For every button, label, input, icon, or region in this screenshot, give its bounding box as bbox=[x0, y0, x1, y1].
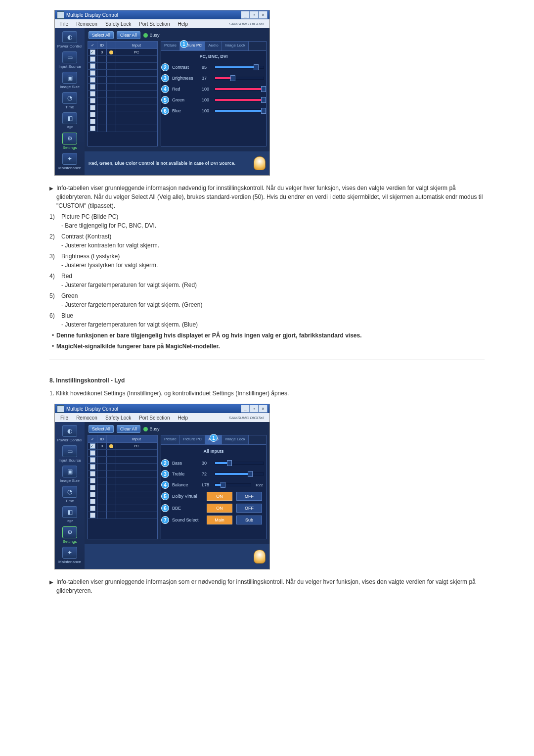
sidebar-item-power-control[interactable]: ◐Power Control bbox=[56, 31, 83, 50]
table-row[interactable] bbox=[88, 477, 157, 484]
row-checkbox[interactable] bbox=[90, 105, 95, 110]
toggle-option-a[interactable]: ON bbox=[207, 492, 232, 501]
table-row[interactable] bbox=[88, 104, 157, 111]
grid-header-id[interactable]: ID bbox=[97, 42, 107, 48]
menu-item-help[interactable]: Help bbox=[174, 414, 192, 422]
row-checkbox[interactable] bbox=[90, 478, 95, 483]
row-checkbox[interactable] bbox=[90, 457, 95, 463]
toggle-option-b[interactable]: OFF bbox=[236, 492, 262, 501]
slider-track[interactable] bbox=[215, 77, 264, 80]
table-row[interactable] bbox=[88, 505, 157, 512]
grid-header-input[interactable]: Input bbox=[116, 435, 157, 442]
row-checkbox[interactable] bbox=[90, 56, 95, 62]
table-row[interactable] bbox=[88, 491, 157, 498]
grid-header-stat[interactable] bbox=[107, 435, 116, 442]
display-grid[interactable]: ✓ID Input0PC bbox=[88, 41, 158, 146]
sidebar-item-input-source[interactable]: ▭Input Source bbox=[56, 51, 83, 71]
sidebar-item-time[interactable]: ◔Time bbox=[56, 92, 83, 111]
tab-image-lock[interactable]: Image Lock bbox=[222, 435, 249, 444]
table-row[interactable] bbox=[88, 464, 157, 471]
slider-thumb[interactable] bbox=[248, 471, 253, 477]
window-maximize-button[interactable]: ▫ bbox=[250, 405, 259, 413]
grid-header-chk[interactable]: ✓ bbox=[88, 435, 97, 442]
menu-item-port-selection[interactable]: Port Selection bbox=[135, 20, 174, 28]
row-checkbox[interactable] bbox=[90, 492, 95, 497]
slider-thumb[interactable] bbox=[261, 97, 266, 103]
sidebar-item-image-size[interactable]: ▣Image Size bbox=[56, 466, 83, 485]
window-close-button[interactable]: × bbox=[259, 405, 267, 413]
table-row[interactable]: 0PC bbox=[88, 49, 157, 56]
slider-thumb[interactable] bbox=[221, 482, 225, 488]
toggle-option-a[interactable]: ON bbox=[207, 504, 232, 513]
menu-item-help[interactable]: Help bbox=[174, 20, 192, 28]
row-checkbox[interactable] bbox=[90, 464, 95, 470]
sidebar-item-time[interactable]: ◔Time bbox=[56, 486, 83, 505]
select-all-button[interactable]: Select All bbox=[89, 425, 114, 433]
window-close-button[interactable]: × bbox=[259, 11, 267, 19]
sidebar-item-image-size[interactable]: ▣Image Size bbox=[56, 72, 83, 91]
table-row[interactable] bbox=[88, 484, 157, 491]
table-row[interactable] bbox=[88, 125, 157, 132]
sidebar-item-pip[interactable]: ◧PIP bbox=[56, 506, 83, 525]
row-checkbox[interactable] bbox=[90, 471, 95, 476]
table-row[interactable] bbox=[88, 56, 157, 63]
slider-track[interactable] bbox=[215, 483, 251, 486]
window-titlebar[interactable]: Multiple Display Control _ ▫ × bbox=[55, 10, 269, 19]
select-all-button[interactable]: Select All bbox=[89, 31, 114, 39]
sidebar-item-maintenance[interactable]: ✦Maintenance bbox=[56, 547, 83, 566]
slider-thumb[interactable] bbox=[254, 64, 259, 70]
slider-track[interactable] bbox=[215, 88, 264, 91]
slider-track[interactable] bbox=[215, 462, 264, 465]
window-minimize-button[interactable]: _ bbox=[241, 405, 250, 413]
menu-item-safety-lock[interactable]: Safety Lock bbox=[101, 414, 135, 422]
menu-item-safety-lock[interactable]: Safety Lock bbox=[101, 20, 135, 28]
tab-picture-pc[interactable]: Picture PC bbox=[180, 435, 205, 444]
clear-all-button[interactable]: Clear All bbox=[117, 31, 140, 39]
row-checkbox[interactable] bbox=[90, 450, 95, 456]
row-checkbox[interactable] bbox=[90, 63, 95, 69]
sidebar-item-power-control[interactable]: ◐Power Control bbox=[56, 425, 83, 444]
table-row[interactable]: 0PC bbox=[88, 443, 157, 450]
row-checkbox[interactable] bbox=[90, 91, 95, 96]
display-grid[interactable]: ✓ID Input0PC bbox=[88, 435, 158, 539]
slider-thumb[interactable] bbox=[261, 108, 266, 114]
row-checkbox[interactable] bbox=[90, 513, 95, 518]
row-checkbox[interactable] bbox=[90, 485, 95, 490]
menu-item-remocon[interactable]: Remocon bbox=[72, 414, 101, 422]
sidebar-item-settings[interactable]: ⚙Settings bbox=[56, 526, 83, 546]
sidebar-item-input-source[interactable]: ▭Input Source bbox=[56, 445, 83, 465]
slider-track[interactable] bbox=[215, 66, 264, 69]
table-row[interactable] bbox=[88, 512, 157, 519]
window-titlebar[interactable]: Multiple Display Control _ ▫ × bbox=[55, 404, 269, 413]
table-row[interactable] bbox=[88, 118, 157, 125]
slider-thumb[interactable] bbox=[227, 460, 232, 466]
row-checkbox[interactable] bbox=[90, 499, 95, 504]
row-checkbox[interactable] bbox=[90, 84, 95, 90]
row-checkbox[interactable] bbox=[90, 506, 95, 511]
tab-picture[interactable]: Picture bbox=[161, 435, 180, 444]
grid-header-stat[interactable] bbox=[107, 42, 116, 48]
tab-image-lock[interactable]: Image Lock bbox=[222, 42, 249, 50]
row-checkbox[interactable] bbox=[90, 49, 95, 55]
slider-track[interactable] bbox=[215, 109, 264, 112]
row-checkbox[interactable] bbox=[90, 119, 95, 124]
toggle-option-b[interactable]: OFF bbox=[236, 504, 262, 513]
table-row[interactable] bbox=[88, 91, 157, 97]
slider-thumb[interactable] bbox=[261, 86, 266, 92]
sidebar-item-settings[interactable]: ⚙Settings bbox=[56, 133, 83, 152]
table-row[interactable] bbox=[88, 97, 157, 104]
sidebar-item-pip[interactable]: ◧PIP bbox=[56, 112, 83, 132]
menu-item-file[interactable]: File bbox=[56, 20, 72, 28]
table-row[interactable] bbox=[88, 70, 157, 77]
table-row[interactable] bbox=[88, 84, 157, 91]
slider-track[interactable] bbox=[215, 98, 264, 101]
row-checkbox[interactable] bbox=[90, 70, 95, 76]
grid-header-input[interactable]: Input bbox=[116, 42, 157, 48]
slider-track[interactable] bbox=[215, 472, 264, 475]
menu-item-remocon[interactable]: Remocon bbox=[72, 20, 101, 28]
sidebar-item-maintenance[interactable]: ✦Maintenance bbox=[56, 153, 83, 172]
table-row[interactable] bbox=[88, 471, 157, 477]
window-minimize-button[interactable]: _ bbox=[241, 11, 250, 19]
row-checkbox[interactable] bbox=[90, 112, 95, 117]
window-maximize-button[interactable]: ▫ bbox=[250, 11, 259, 19]
